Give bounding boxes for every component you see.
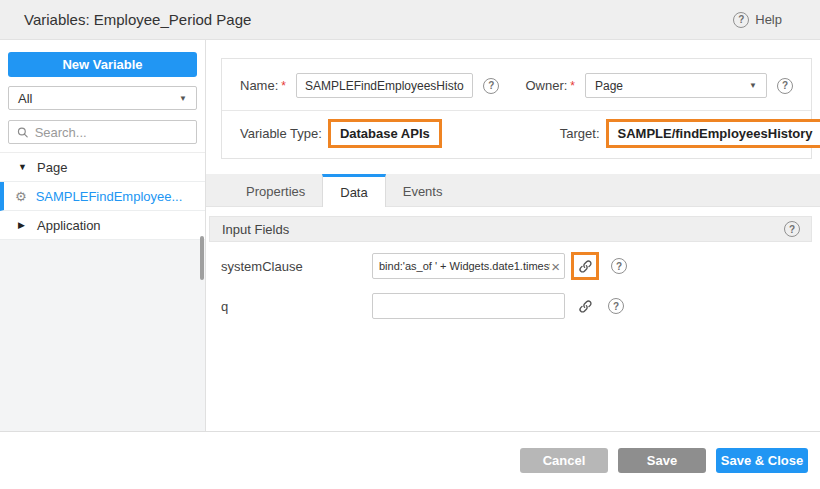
- owner-required-marker: *: [570, 79, 575, 93]
- variable-filter-value: All: [18, 91, 32, 106]
- data-tab-content: Input Fields ? systemClause bind:'as_of …: [206, 207, 820, 431]
- q-bind-button[interactable]: [574, 295, 596, 317]
- new-variable-button[interactable]: New Variable: [8, 52, 197, 77]
- help-label: Help: [755, 12, 782, 27]
- target-label: Target:: [560, 126, 600, 141]
- sidebar-controls: New Variable All ▼: [0, 40, 205, 152]
- owner-selected-value: Page: [595, 79, 623, 93]
- target-value-highlighted: SAMPLE/findEmployeesHistory: [606, 119, 820, 148]
- systemclause-bind-button-highlighted[interactable]: [571, 252, 599, 280]
- variable-search[interactable]: [8, 120, 197, 144]
- variable-filter-select[interactable]: All ▼: [8, 86, 197, 110]
- owner-select[interactable]: Page ▼: [585, 73, 767, 98]
- tree-group-page[interactable]: ▼ Page: [0, 153, 205, 182]
- systemclause-bind-expression: bind:'as_of ' + Widgets.date1.timestam: [379, 260, 550, 272]
- input-fields-title: Input Fields: [222, 222, 289, 237]
- input-fields-help-icon[interactable]: ?: [784, 221, 800, 237]
- caret-down-icon: ▼: [18, 162, 28, 172]
- tab-properties[interactable]: Properties: [229, 174, 322, 206]
- variable-icon: ⚙: [15, 189, 27, 204]
- variable-type-label: Variable Type:: [240, 126, 322, 141]
- dialog-header: Variables: Employee_Period Page ? Help: [0, 0, 820, 40]
- link-icon: [578, 299, 593, 314]
- q-label: q: [221, 299, 372, 314]
- link-icon: [578, 259, 593, 274]
- tree-group-page-label: Page: [37, 160, 67, 175]
- tree-group-application-label: Application: [37, 218, 101, 233]
- search-input[interactable]: [35, 125, 188, 140]
- chevron-down-icon: ▼: [749, 81, 757, 90]
- field-row-systemclause: systemClause bind:'as_of ' + Widgets.dat…: [221, 252, 820, 280]
- name-help-icon[interactable]: ?: [483, 78, 499, 94]
- systemclause-help-icon[interactable]: ?: [611, 258, 627, 274]
- variable-type-value-highlighted: Database APIs: [328, 119, 442, 148]
- name-required-marker: *: [281, 79, 286, 93]
- q-field[interactable]: [372, 293, 565, 319]
- tab-data[interactable]: Data: [322, 174, 385, 207]
- variables-tree: ▼ Page ⚙ SAMPLEFindEmployee... ▶ Applica…: [0, 152, 205, 240]
- tree-item-variable-selected[interactable]: ⚙ SAMPLEFindEmployee...: [0, 182, 205, 211]
- tree-item-variable-label: SAMPLEFindEmployee...: [36, 189, 183, 204]
- help-icon: ?: [733, 12, 749, 28]
- name-label: Name:: [240, 78, 278, 93]
- detail-tabs: Properties Data Events: [206, 174, 820, 207]
- owner-help-icon[interactable]: ?: [777, 78, 793, 94]
- q-help-icon[interactable]: ?: [608, 298, 624, 314]
- page-title: Variables: Employee_Period Page: [24, 11, 251, 28]
- chevron-down-icon: ▼: [179, 94, 187, 103]
- name-field[interactable]: [296, 73, 473, 98]
- systemclause-label: systemClause: [221, 259, 372, 274]
- systemclause-value-box[interactable]: bind:'as_of ' + Widgets.date1.timestam ×: [372, 253, 565, 279]
- tree-group-application[interactable]: ▶ Application: [0, 211, 205, 240]
- variables-dialog: Variables: Employee_Period Page ? Help N…: [0, 0, 820, 489]
- save-button[interactable]: Save: [618, 448, 706, 473]
- sidebar-scrollbar[interactable]: [200, 236, 204, 280]
- variable-detail-panel: Name: * ? Owner: * Page ▼ ? V: [206, 40, 820, 431]
- save-and-close-button[interactable]: Save & Close: [716, 448, 808, 473]
- clear-binding-icon[interactable]: ×: [550, 259, 561, 274]
- variable-summary-panel: Name: * ? Owner: * Page ▼ ? V: [221, 58, 812, 159]
- dialog-footer: Cancel Save Save & Close: [0, 431, 820, 489]
- owner-label: Owner:: [525, 78, 567, 93]
- variables-sidebar: New Variable All ▼ ▼ Page: [0, 40, 206, 431]
- search-icon: [17, 126, 29, 139]
- tab-events[interactable]: Events: [386, 174, 460, 206]
- cancel-button[interactable]: Cancel: [520, 448, 608, 473]
- input-fields-section-header: Input Fields ?: [209, 216, 812, 242]
- field-row-q: q ?: [221, 293, 820, 319]
- caret-right-icon: ▶: [18, 220, 28, 230]
- help-button[interactable]: ? Help: [733, 12, 782, 28]
